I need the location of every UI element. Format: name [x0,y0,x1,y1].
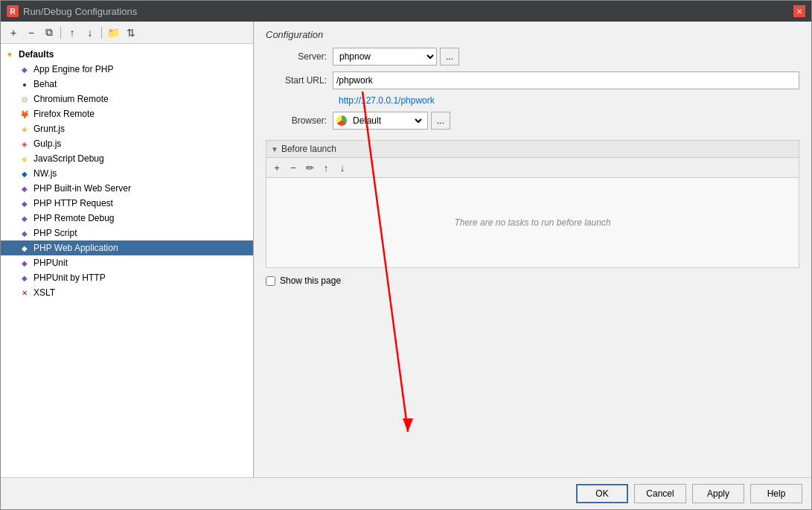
start-url-input[interactable] [333,71,799,89]
window-title: Run/Debug Configurations [23,6,137,17]
nw-icon: ◆ [19,168,31,179]
tree-item-phpunit-http[interactable]: ◆ PHPUnit by HTTP [1,270,253,285]
left-panel: + − ⧉ ↑ ↓ 📁 ⇅ ▼ Defaults ◆ [1,22,254,477]
browser-row: Browser: Default Chrome Firefox ... [266,112,799,130]
remove-config-button[interactable]: − [23,25,39,41]
apply-button[interactable]: Apply [692,484,744,503]
separator-2 [101,27,102,39]
move-up-button[interactable]: ↑ [64,25,80,41]
tree-item-php-web[interactable]: ◆ PHP Web Application [1,240,253,255]
sort-button[interactable]: ⇅ [123,25,139,41]
before-launch-header: ▼ Before launch [266,141,799,158]
bl-up-button[interactable]: ↑ [319,160,333,175]
cancel-button[interactable]: Cancel [634,484,686,503]
xslt-icon: ✕ [19,287,31,299]
php-icon: ◆ [19,63,31,75]
gulp-icon: ◈ [19,138,31,150]
tree-item-label: NW.js [33,168,57,179]
server-browse-button[interactable]: ... [440,48,459,66]
tree-item-label: PHP Web Application [33,243,118,253]
bl-remove-button[interactable]: − [286,160,301,175]
bl-add-button[interactable]: + [269,160,284,175]
php-icon: ◆ [19,227,31,239]
separator-1 [60,27,61,39]
before-launch-empty-message: There are no tasks to run before launch [454,217,610,228]
tree-toolbar: + − ⧉ ↑ ↓ 📁 ⇅ [1,22,253,44]
right-panel: Configuration Server: phpnow ... Start U… [254,22,811,477]
before-launch-section: ▼ Before launch + − ✏ ↑ ↓ There are no t… [266,140,799,268]
config-title: Configuration [266,29,799,40]
folder-icon: ▼ [4,48,16,60]
tree-item-label: PHP Script [33,228,77,238]
bottom-bar: OK Cancel Apply Help [1,477,811,509]
folder-button[interactable]: 📁 [105,25,121,41]
tree-item-label: XSLT [33,287,55,298]
tree-item-grunt[interactable]: ◈ Grunt.js [1,121,253,136]
tree-root[interactable]: ▼ Defaults [1,47,253,62]
before-launch-toolbar: + − ✏ ↑ ↓ [266,158,799,178]
tree-item-label: Firefox Remote [33,109,95,119]
tree-item-php-http[interactable]: ◆ PHP HTTP Request [1,196,253,211]
server-select[interactable]: phpnow [333,48,437,66]
phpunit-http-icon: ◆ [19,272,31,284]
tree-item-behat[interactable]: ● Behat [1,77,253,92]
tree-item-label: PHP Remote Debug [33,213,115,223]
tree-item-firefox-remote[interactable]: 🦊 Firefox Remote [1,106,253,121]
title-bar: R Run/Debug Configurations ✕ [1,1,811,22]
add-config-button[interactable]: + [5,25,22,41]
tree-item-label: PHP HTTP Request [33,198,113,208]
tree-item-js-debug[interactable]: ◆ JavaScript Debug [1,151,253,166]
browser-select[interactable]: Default Chrome Firefox [350,112,424,129]
tree-item-label: Grunt.js [33,124,65,134]
app-icon: R [7,5,19,17]
php-icon: ◆ [19,197,31,209]
close-button[interactable]: ✕ [793,5,805,17]
tree-item-label: PHPUnit [33,258,68,268]
tree-item-php-builtin[interactable]: ◆ PHP Built-in Web Server [1,181,253,196]
tree-item-chromium-remote[interactable]: ⊙ Chromium Remote [1,92,253,106]
tree-item-label: Gulp.js [33,138,61,149]
url-preview[interactable]: http://127.0.0.1/phpwork [339,95,799,106]
phpunit-icon: ◆ [19,257,31,269]
js-icon: ◆ [19,153,31,165]
ok-button[interactable]: OK [576,484,628,503]
grunt-icon: ◈ [19,123,31,135]
collapse-icon: ▼ [271,145,278,153]
tree-item-label: PHP Built-in Web Server [33,183,131,194]
bl-edit-button[interactable]: ✏ [302,160,317,175]
before-launch-body: There are no tasks to run before launch [266,178,799,267]
move-down-button[interactable]: ↓ [82,25,98,41]
tree-item-phpunit[interactable]: ◆ PHPUnit [1,255,253,270]
tree-item-label: App Engine for PHP [33,64,113,74]
tree-item-php-script[interactable]: ◆ PHP Script [1,226,253,240]
behat-icon: ● [19,78,31,90]
browser-label: Browser: [266,115,333,126]
start-url-label: Start URL: [266,75,333,86]
before-launch-title: Before launch [281,144,336,154]
show-page-row: Show this page [266,275,799,286]
server-row: Server: phpnow ... [266,48,799,66]
tree-item-nw[interactable]: ◆ NW.js [1,166,253,181]
php-web-icon: ◆ [19,242,31,254]
php-icon: ◆ [19,212,31,224]
firefox-icon: 🦊 [19,108,31,120]
chrome-icon: ⊙ [19,93,31,105]
bl-down-button[interactable]: ↓ [335,160,350,175]
server-container: phpnow ... [333,48,459,66]
browser-browse-button[interactable]: ... [431,112,450,130]
show-page-label: Show this page [280,275,341,286]
copy-config-button[interactable]: ⧉ [41,25,57,41]
tree-item-php-remote[interactable]: ◆ PHP Remote Debug [1,211,253,226]
help-button[interactable]: Help [750,484,802,503]
tree-item-label: Chromium Remote [33,94,109,104]
show-page-checkbox[interactable] [266,276,275,286]
php-icon: ◆ [19,182,31,194]
tree-item-xslt[interactable]: ✕ XSLT [1,285,253,300]
start-url-row: Start URL: [266,71,799,89]
config-tree: ▼ Defaults ◆ App Engine for PHP ● Behat … [1,44,253,477]
tree-item-app-engine[interactable]: ◆ App Engine for PHP [1,62,253,77]
tree-item-gulp[interactable]: ◈ Gulp.js [1,136,253,151]
tree-root-label: Defaults [19,49,54,60]
browser-select-wrapper: Default Chrome Firefox [333,112,428,130]
window-controls: ✕ [793,5,805,17]
